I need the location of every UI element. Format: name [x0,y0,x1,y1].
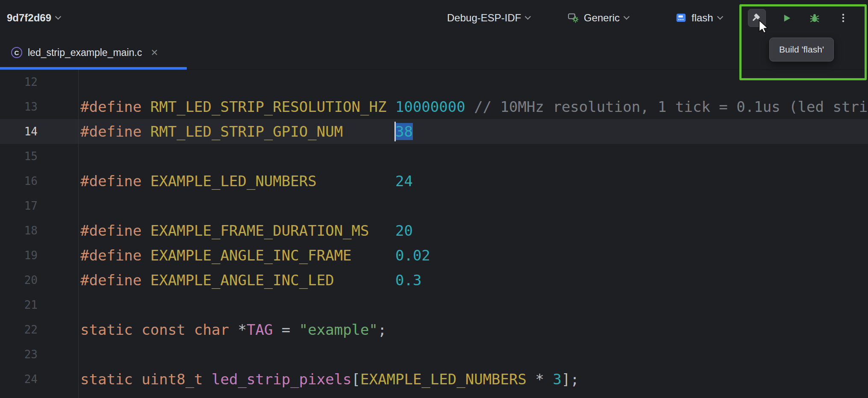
code-token: "example" [299,321,378,338]
bug-icon [809,12,821,24]
hammer-icon [751,12,763,24]
code-token: #define [80,247,150,264]
code-text[interactable]: #define EXAMPLE_ANGLE_INC_LED 0.3 [38,272,421,289]
tab-label: led_strip_example_main.c [28,47,142,59]
line-number[interactable]: 21 [0,298,38,311]
code-token: EXAMPLE_LED_NUMBERS [360,371,527,388]
code-line[interactable]: 21 [0,293,868,317]
build-tooltip: Build 'flash' [769,38,834,61]
project-name: 9d7f2d69 [7,12,51,24]
code-line[interactable]: 15 [0,144,868,169]
code-lines: 1213#define RMT_LED_STRIP_RESOLUTION_HZ … [0,70,868,392]
c-file-icon: C [11,47,22,58]
line-number[interactable]: 23 [0,348,38,361]
code-line[interactable]: 22static const char *TAG = "example"; [0,317,868,342]
line-number[interactable]: 15 [0,150,38,163]
code-token: EXAMPLE_LED_NUMBERS [150,173,317,190]
chevron-down-icon [55,13,61,19]
code-line[interactable]: 13#define RMT_LED_STRIP_RESOLUTION_HZ 10… [0,94,868,119]
code-text[interactable]: #define EXAMPLE_ANGLE_INC_FRAME 0.02 [38,247,430,264]
run-icon [781,12,792,24]
code-token: [ [352,371,360,388]
gutter-divider [78,70,79,398]
more-actions-button[interactable] [834,9,852,27]
code-token: EXAMPLE_ANGLE_INC_FRAME [150,247,352,264]
code-text[interactable]: #define RMT_LED_STRIP_GPIO_NUM 38 [38,123,413,140]
code-token: ]; [562,371,579,388]
code-token [386,98,395,115]
code-token: EXAMPLE_ANGLE_INC_LED [150,272,334,289]
line-number[interactable]: 24 [0,373,38,386]
code-token [334,272,395,289]
code-text[interactable]: static const char *TAG = "example"; [38,321,387,338]
main-toolbar: 9d7f2d69 Debug-ESP-IDF [0,0,868,35]
code-token: #define [80,173,150,190]
code-line[interactable]: 20#define EXAMPLE_ANGLE_INC_LED 0.3 [0,268,868,293]
chevron-down-icon [624,13,630,19]
profile-icon [568,12,579,23]
run-button[interactable] [777,9,795,27]
code-token: uint8_t [141,371,212,388]
code-token: #define [80,123,150,140]
line-number[interactable]: 12 [0,76,38,88]
code-line[interactable]: 12 [0,70,868,94]
code-token: 0.02 [395,247,430,264]
code-token [317,173,395,190]
code-token: #define [80,272,150,289]
cmake-profile-selector[interactable]: Generic [568,0,629,35]
line-number[interactable]: 14 [0,125,38,138]
code-token: RMT_LED_STRIP_GPIO_NUM [150,123,343,140]
code-token: * [238,321,246,338]
code-line[interactable]: 19#define EXAMPLE_ANGLE_INC_FRAME 0.02 [0,243,868,268]
profile-label: Generic [584,12,620,24]
code-text[interactable]: #define RMT_LED_STRIP_RESOLUTION_HZ 1000… [38,98,868,115]
close-icon[interactable]: × [151,47,158,59]
code-token: 24 [395,173,413,190]
code-text[interactable]: #define EXAMPLE_LED_NUMBERS 24 [38,173,413,190]
code-line[interactable]: 17 [0,193,868,218]
code-line[interactable]: 23 [0,342,868,367]
code-token [343,123,395,140]
code-token: TAG [247,321,273,338]
target-label: flash [691,12,713,24]
code-token: 10000000 [395,98,465,115]
chevron-down-icon [717,13,723,19]
line-number[interactable]: 17 [0,199,38,212]
project-selector[interactable]: 9d7f2d69 [7,0,60,35]
line-number[interactable]: 16 [0,175,38,187]
line-number[interactable]: 20 [0,274,38,287]
build-button[interactable] [748,9,766,27]
code-token: static [80,371,141,388]
code-line[interactable]: 18#define EXAMPLE_FRAME_DURATION_MS 20 [0,218,868,243]
code-text[interactable]: static uint8_t led_strip_pixels[EXAMPLE_… [38,371,579,388]
code-editor[interactable]: 1213#define RMT_LED_STRIP_RESOLUTION_HZ … [0,70,868,398]
line-number[interactable]: 13 [0,100,38,113]
code-token: EXAMPLE_FRAME_DURATION_MS [150,222,369,239]
line-number[interactable]: 19 [0,249,38,262]
target-chip-icon [675,12,687,23]
code-token: 3 [553,371,561,388]
code-line[interactable]: 16#define EXAMPLE_LED_NUMBERS 24 [0,169,868,193]
line-number[interactable]: 22 [0,323,38,336]
code-token: #define [80,222,150,239]
code-token: * [527,371,553,388]
code-token [465,98,474,115]
line-number[interactable]: 18 [0,224,38,237]
code-text[interactable]: #define EXAMPLE_FRAME_DURATION_MS 20 [38,222,413,239]
run-config-selector[interactable]: Debug-ESP-IDF [447,0,530,35]
run-config-label: Debug-ESP-IDF [447,12,521,24]
code-line[interactable]: 14#define RMT_LED_STRIP_GPIO_NUM 38 [0,119,868,144]
debug-button[interactable] [806,9,824,27]
code-token: // 10MHz resolution, 1 tick = 0.1us (led… [474,98,868,115]
code-token: static const char [80,321,238,338]
code-line[interactable]: 24static uint8_t led_strip_pixels[EXAMPL… [0,367,868,392]
build-target-selector[interactable]: flash [675,0,722,35]
chevron-down-icon [525,13,531,19]
code-token: led_strip_pixels [212,371,352,388]
code-token: ; [378,321,386,338]
tab-led-strip-example-main-c[interactable]: C led_strip_example_main.c × [0,35,187,70]
code-token: 0.3 [395,272,421,289]
code-token: 20 [395,222,413,239]
code-token: RMT_LED_STRIP_RESOLUTION_HZ [150,98,387,115]
editor-tab-bar: C led_strip_example_main.c × [0,35,868,70]
